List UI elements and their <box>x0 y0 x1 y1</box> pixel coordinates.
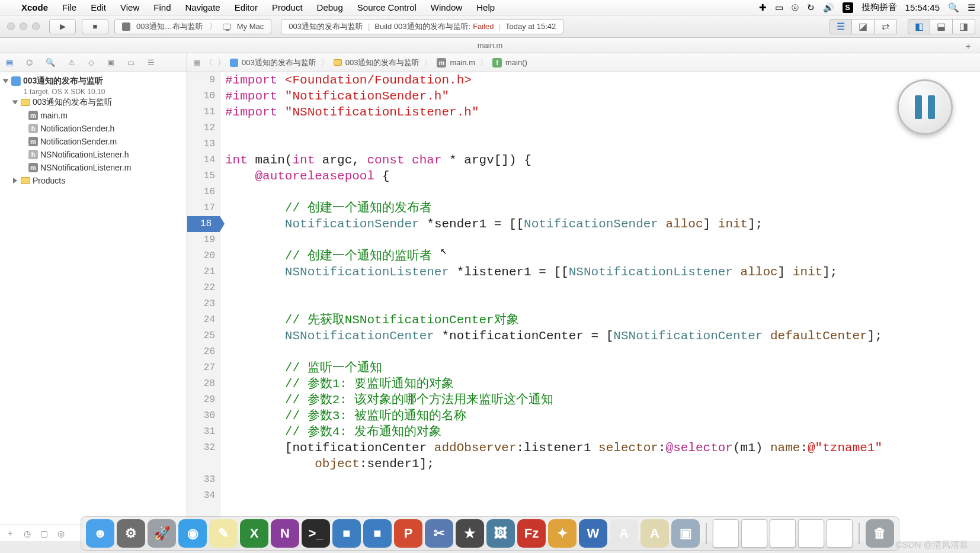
gutter-line[interactable]: 24 <box>187 312 215 328</box>
nav-group-row[interactable]: 003通知的发布与监听 <box>0 96 187 109</box>
code-line[interactable]: // 创建一个通知的发布者 <box>225 200 980 216</box>
code-area[interactable]: #import <Foundation/Foundation.h>#import… <box>220 72 980 541</box>
line-gutter[interactable]: 9101112131415161718192021222324252627282… <box>187 72 220 541</box>
back-button[interactable]: 〈 <box>205 57 213 68</box>
nav-products-row[interactable]: Products <box>0 174 187 187</box>
code-line[interactable]: #import "NSNotificationListener.h" <box>225 104 980 120</box>
dock-app-launchpad[interactable]: 🚀 <box>148 519 176 548</box>
dock-app-app3[interactable]: ✦ <box>548 519 577 548</box>
gutter-line[interactable]: 27 <box>187 360 215 376</box>
gutter-line[interactable]: 16 <box>187 184 215 200</box>
dock-app-safari[interactable]: ◉ <box>178 519 207 548</box>
menu-find[interactable]: Find <box>146 1 178 14</box>
gutter-line[interactable]: 23 <box>187 296 215 312</box>
gutter-line[interactable]: 21 <box>187 264 215 280</box>
status-sogou-icon[interactable]: S <box>843 2 853 13</box>
code-line[interactable] <box>225 488 980 504</box>
gutter-line[interactable]: 9 <box>187 72 215 88</box>
toggle-utilities-button[interactable]: ◨ <box>953 19 975 34</box>
dock-minimized-window[interactable] <box>741 519 767 548</box>
status-ime-name[interactable]: 搜狗拼音 <box>861 2 897 13</box>
gutter-line[interactable]: 25 <box>187 328 215 344</box>
code-line[interactable]: // 参数2: 该对象的哪个方法用来监听这个通知 <box>225 392 980 408</box>
status-volume-icon[interactable]: 🔊 <box>823 2 834 13</box>
dock-app-finder[interactable]: ☻ <box>86 519 114 548</box>
new-tab-button[interactable]: ＋ <box>963 40 973 53</box>
source-editor[interactable]: 9101112131415161718192021222324252627282… <box>187 72 980 541</box>
dock-app-app4[interactable]: A <box>640 519 669 548</box>
menu-navigate[interactable]: Navigate <box>178 1 227 14</box>
dock-app-filezilla[interactable]: Fz <box>517 519 546 548</box>
code-line[interactable]: #import "NotificationSender.h" <box>225 88 980 104</box>
related-items-icon[interactable]: ▦ <box>193 58 200 67</box>
gutter-line[interactable]: 29 <box>187 392 215 408</box>
document-tab-title[interactable]: main.m <box>478 41 503 50</box>
dock-app-excel[interactable]: X <box>240 519 268 548</box>
code-line[interactable] <box>225 136 980 152</box>
jump-crumb-file[interactable]: mmain.m <box>437 58 475 67</box>
gutter-line[interactable]: 34 <box>187 488 215 504</box>
recording-pause-overlay[interactable] <box>897 79 953 135</box>
assistant-editor-button[interactable]: ◪ <box>852 19 875 34</box>
gutter-line[interactable] <box>187 456 215 472</box>
dock-app-imovie[interactable]: ★ <box>456 519 484 548</box>
gutter-line[interactable]: 26 <box>187 344 215 360</box>
gutter-line[interactable]: 19 <box>187 232 215 248</box>
status-plus-icon[interactable]: ✚ <box>759 2 767 13</box>
gutter-line[interactable]: 11 <box>187 104 215 120</box>
gutter-line[interactable]: 33 <box>187 472 215 488</box>
code-line[interactable] <box>225 344 980 360</box>
code-line[interactable]: #import <Foundation/Foundation.h> <box>225 72 980 88</box>
dock-app-preview[interactable]: 🖼 <box>486 519 515 548</box>
code-line[interactable]: int main(int argc, const char * argv[]) … <box>225 152 980 168</box>
symbol-navigator-icon[interactable]: ⌬ <box>26 58 33 67</box>
code-line[interactable]: // 创建一个通知的监听者 <box>225 248 980 264</box>
dock-app-app5[interactable]: ▣ <box>671 519 700 548</box>
code-line[interactable]: @autoreleasepool { <box>225 168 980 184</box>
menu-help[interactable]: Help <box>469 1 502 14</box>
nav-file-row[interactable]: mNotificationSender.m <box>0 135 187 148</box>
gutter-line[interactable]: 17 <box>187 200 215 216</box>
status-display-icon[interactable]: ▭ <box>775 2 783 13</box>
gutter-line[interactable]: 22 <box>187 280 215 296</box>
jump-crumb-group[interactable]: 003通知的发布与监听 <box>334 57 420 68</box>
status-spotlight-icon[interactable]: 🔍 <box>948 2 959 13</box>
gutter-line[interactable]: 30 <box>187 408 215 424</box>
dock-app-screenshot[interactable]: ✂ <box>425 519 453 548</box>
stop-button[interactable]: ■ <box>82 19 108 34</box>
jump-crumb-symbol[interactable]: fmain() <box>492 58 527 67</box>
version-editor-button[interactable]: ⇄ <box>875 19 897 34</box>
code-line[interactable] <box>225 232 980 248</box>
status-bluetooth-icon[interactable]: ⦾ <box>792 2 799 13</box>
dock-minimized-window[interactable] <box>827 519 853 548</box>
code-line[interactable] <box>225 472 980 488</box>
code-line[interactable]: // 监听一个通知 <box>225 360 980 376</box>
status-clock[interactable]: 15:54:45 <box>905 2 940 12</box>
dock-app-textedit[interactable]: A <box>610 519 638 548</box>
nav-file-row[interactable]: hNotificationSender.h <box>0 122 187 135</box>
breakpoint-navigator-icon[interactable]: ▭ <box>127 58 134 67</box>
code-line[interactable] <box>225 296 980 312</box>
dock-app-app2[interactable]: ■ <box>363 519 392 548</box>
dock-trash[interactable]: 🗑 <box>866 519 894 548</box>
dock-minimized-window[interactable] <box>770 519 796 548</box>
gutter-line[interactable]: 13 <box>187 136 215 152</box>
nav-file-row[interactable]: hNSNotificationListener.h <box>0 148 187 161</box>
menu-source-control[interactable]: Source Control <box>350 1 424 14</box>
code-line[interactable]: [notificationCenter addObserver:listener… <box>225 440 980 456</box>
jump-bar[interactable]: ▦ 〈 〉 003通知的发布与监听 〉 003通知的发布与监听 〉 mmain.… <box>187 53 980 72</box>
menu-debug[interactable]: Debug <box>310 1 350 14</box>
code-line[interactable]: // 先获取NSNotificationCenter对象 <box>225 312 980 328</box>
code-line[interactable] <box>225 120 980 136</box>
dock-app-notes[interactable]: ✎ <box>209 519 238 548</box>
gutter-line[interactable]: 18 <box>187 216 220 232</box>
menu-file[interactable]: File <box>55 1 84 14</box>
find-navigator-icon[interactable]: 🔍 <box>46 58 55 67</box>
gutter-line[interactable]: 32 <box>187 440 215 456</box>
code-line[interactable]: // 参数3: 被监听的通知的名称 <box>225 408 980 424</box>
menu-view[interactable]: View <box>113 1 146 14</box>
issue-navigator-icon[interactable]: ⚠ <box>68 58 75 67</box>
nav-project-row[interactable]: 003通知的发布与监听 <box>0 75 187 88</box>
nav-file-row[interactable]: mNSNotificationListener.m <box>0 161 187 174</box>
menu-editor[interactable]: Editor <box>228 1 265 14</box>
